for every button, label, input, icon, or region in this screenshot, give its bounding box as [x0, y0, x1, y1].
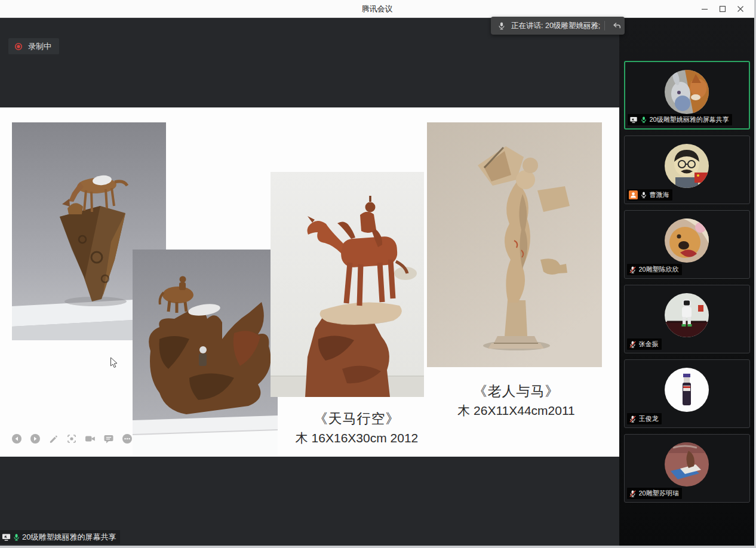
- microphone-on-icon: [13, 533, 20, 541]
- presentation-slide: 《天马行空》 木 16X16X30cm 2012 《老人与马》 木 26X11X…: [0, 107, 621, 457]
- annotate-button[interactable]: [48, 434, 59, 444]
- participants-sidebar: 20级雕塑姚丽雅的屏幕共享 曹溦海 20雕塑陈欣欣: [619, 18, 754, 548]
- artwork-photo-driftwood: [133, 250, 278, 455]
- minimize-button[interactable]: [696, 0, 714, 18]
- caption-title: 《天马行空》: [272, 410, 442, 428]
- caption-details: 木 16X16X30cm 2012: [272, 430, 442, 447]
- close-icon: [737, 5, 744, 13]
- avatar: [665, 218, 709, 263]
- participant-tile-sumingrui[interactable]: 20雕塑苏明瑞: [624, 434, 750, 503]
- chat-icon: [103, 433, 114, 444]
- participant-label: 张金振: [627, 338, 662, 350]
- participant-name: 张金振: [639, 340, 659, 349]
- spotlight-button[interactable]: [66, 433, 77, 444]
- caption-title: 《老人与马》: [440, 382, 592, 401]
- artwork-caption-tianma: 《天马行空》 木 16X16X30cm 2012: [272, 410, 442, 447]
- screen-share-banner: 20级雕塑姚丽雅的屏幕共享: [0, 530, 120, 544]
- participant-label: 20级雕塑姚丽雅的屏幕共享: [628, 114, 732, 125]
- member-badge-icon: [629, 190, 638, 199]
- speaking-toast: 正在讲话: 20级雕塑姚丽雅;: [491, 17, 625, 35]
- recording-label: 录制中: [28, 41, 51, 52]
- previous-button[interactable]: [11, 433, 22, 444]
- participant-tile-chenxinxin[interactable]: 20雕塑陈欣欣: [624, 210, 750, 279]
- divider: [604, 21, 605, 30]
- artwork-photo-rider-horse: [271, 172, 424, 397]
- camera-button[interactable]: [85, 433, 96, 444]
- participant-label: 王俊龙: [627, 413, 662, 424]
- participant-tile-zhangjinzhen[interactable]: 张金振: [624, 285, 750, 353]
- chat-button[interactable]: [103, 433, 114, 444]
- participant-tile-caoweihai[interactable]: 曹溦海: [624, 136, 750, 204]
- artwork-photo-old-man-horse: [427, 122, 602, 367]
- artwork-caption-laoren: 《老人与马》 木 26X11X44cm2011: [440, 382, 592, 419]
- avatar: [665, 70, 709, 114]
- avatar: [665, 442, 709, 487]
- reply-arrow-icon: [612, 21, 622, 30]
- participant-name: 曹溦海: [650, 190, 669, 199]
- meeting-window: 腾讯会议 正在讲话: 20级雕塑姚丽雅; 录制中: [0, 0, 756, 548]
- recording-badge[interactable]: 录制中: [8, 38, 59, 54]
- participant-label: 20雕塑苏明瑞: [627, 488, 682, 499]
- mouse-cursor-icon: [110, 357, 118, 371]
- participant-label: 曹溦海: [627, 189, 672, 201]
- participant-label: 20雕塑陈欣欣: [627, 264, 682, 275]
- more-button[interactable]: [122, 433, 133, 444]
- maximize-icon: [719, 5, 726, 13]
- shared-screen-area: 录制中: [0, 18, 621, 548]
- microphone-on-icon: [640, 191, 647, 199]
- previous-icon: [11, 433, 22, 444]
- screen-share-banner-label: 20级雕塑姚丽雅的屏幕共享: [22, 532, 116, 543]
- pencil-icon: [48, 434, 59, 444]
- close-button[interactable]: [732, 0, 749, 18]
- microphone-icon: [497, 21, 506, 30]
- maximize-button[interactable]: [714, 0, 732, 18]
- window-title: 腾讯会议: [362, 4, 393, 14]
- reply-arrow-button[interactable]: [609, 17, 625, 35]
- screen-share-icon: [2, 532, 11, 541]
- microphone-on-icon: [640, 116, 647, 124]
- camera-icon: [85, 433, 96, 444]
- microphone-muted-icon: [629, 266, 637, 274]
- avatar: [665, 293, 709, 337]
- microphone-muted-icon: [629, 340, 637, 349]
- participant-name: 20雕塑陈欣欣: [639, 265, 679, 274]
- microphone-muted-icon: [629, 415, 637, 423]
- participant-tile-yaoliya[interactable]: 20级雕塑姚丽雅的屏幕共享: [624, 61, 750, 130]
- participant-name: 王俊龙: [639, 414, 659, 423]
- next-button[interactable]: [30, 433, 41, 444]
- record-dot-icon: [14, 42, 23, 51]
- caption-details: 木 26X11X44cm2011: [440, 402, 592, 419]
- avatar: [665, 368, 709, 412]
- participant-tile-wangjunlong[interactable]: 王俊龙: [624, 359, 750, 428]
- annotation-toolbar: [11, 433, 133, 444]
- participant-name: 20级雕塑姚丽雅的屏幕共享: [650, 115, 729, 124]
- more-icon: [122, 433, 133, 444]
- minimize-icon: [701, 5, 708, 13]
- window-controls: [696, 0, 749, 18]
- screen-share-icon: [629, 116, 638, 124]
- titlebar: 腾讯会议: [0, 0, 754, 18]
- microphone-muted-icon: [629, 489, 637, 498]
- next-icon: [30, 433, 41, 444]
- spotlight-icon: [66, 433, 77, 444]
- participant-name: 20雕塑苏明瑞: [639, 489, 679, 498]
- speaking-status-text: 正在讲话: 20级雕塑姚丽雅;: [511, 21, 602, 31]
- avatar: [665, 144, 709, 188]
